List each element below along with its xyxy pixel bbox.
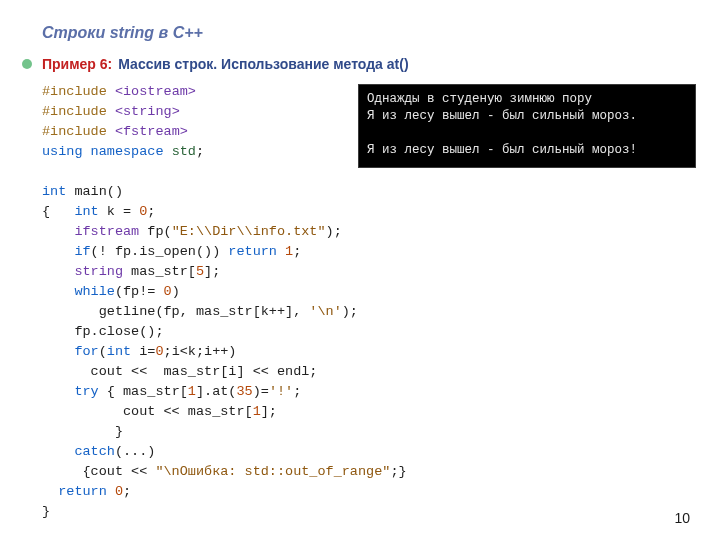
code-token: ); [326, 224, 342, 239]
example-label: Пример 6: [42, 56, 112, 72]
code-token: #include [42, 124, 115, 139]
example-text: Массив строк. Использование метода at() [118, 56, 408, 72]
code-token: <iostream> [115, 84, 196, 99]
code-token: catch [74, 444, 115, 459]
code-token: 5 [196, 264, 204, 279]
code-line: getline(fp, mas_str[k++], '\n'); [42, 302, 696, 322]
code-token: () [107, 184, 123, 199]
code-token: ; [293, 384, 301, 399]
code-token: ; [147, 204, 155, 219]
code-token: ;} [390, 464, 406, 479]
page-number: 10 [674, 510, 690, 526]
code-token: 35 [236, 384, 252, 399]
code-token [42, 224, 74, 239]
code-token: for [74, 344, 98, 359]
code-line: while(fp!= 0) [42, 282, 696, 302]
slide: Строки string в С++ Пример 6: Массив стр… [0, 0, 720, 540]
code-line: { int k = 0; [42, 202, 696, 222]
code-token [42, 244, 74, 259]
code-token: return [228, 244, 285, 259]
code-token: int [107, 344, 139, 359]
code-token: cout << mas_str[i] << endl; [42, 364, 317, 379]
code-token: int [74, 204, 106, 219]
code-line: return 0; [42, 482, 696, 502]
code-token: ; [196, 144, 204, 159]
bullet-icon [22, 59, 32, 69]
code-token [42, 284, 74, 299]
code-token: i= [139, 344, 155, 359]
code-line: catch(...) [42, 442, 696, 462]
subtitle-row: Пример 6: Массив строк. Использование ме… [22, 56, 696, 72]
page-title: Строки string в С++ [42, 24, 696, 42]
code-line: string mas_str[5]; [42, 262, 696, 282]
code-line: } [42, 422, 696, 442]
code-token: getline(fp, mas_str[k++], [42, 304, 309, 319]
code-token: using namespace [42, 144, 172, 159]
code-token: main [74, 184, 106, 199]
program-output: Однажды в студеную зимнюю пору Я из лесу… [358, 84, 696, 168]
code-token: k = [107, 204, 139, 219]
code-line: cout << mas_str[1]; [42, 402, 696, 422]
code-token: '\n' [309, 304, 341, 319]
code-token: ) [172, 284, 180, 299]
code-line: for(int i=0;i<k;i++) [42, 342, 696, 362]
code-line: cout << mas_str[i] << endl; [42, 362, 696, 382]
code-token: 1 [285, 244, 293, 259]
code-line: ifstream fp("E:\\Dir\\info.txt"); [42, 222, 696, 242]
code-line: } [42, 502, 696, 522]
code-token: '!' [269, 384, 293, 399]
code-token: 0 [155, 344, 163, 359]
code-token: ifstream [74, 224, 139, 239]
code-token: ; [123, 484, 131, 499]
code-token: if [74, 244, 90, 259]
code-token: "E:\\Dir\\info.txt" [172, 224, 326, 239]
code-token [42, 444, 74, 459]
code-token: (! fp.is_open()) [91, 244, 229, 259]
code-token: 1 [253, 404, 261, 419]
code-token: )= [253, 384, 269, 399]
code-token: { mas_str[ [99, 384, 188, 399]
code-line: int main() [42, 182, 696, 202]
code-line: try { mas_str[1].at(35)='!'; [42, 382, 696, 402]
code-token: ; [293, 244, 301, 259]
code-line: if(! fp.is_open()) return 1; [42, 242, 696, 262]
code-token: fp( [139, 224, 171, 239]
code-token: std [172, 144, 196, 159]
code-token: #include [42, 84, 115, 99]
code-token: ); [342, 304, 358, 319]
code-token [42, 264, 74, 279]
code-token: {cout << [42, 464, 155, 479]
code-token: (fp!= [115, 284, 164, 299]
code-token: 0 [164, 284, 172, 299]
code-token: ;i<k;i++) [164, 344, 237, 359]
code-token: ]; [261, 404, 277, 419]
code-token: } [42, 424, 123, 439]
code-token: int [42, 184, 74, 199]
code-token [42, 484, 58, 499]
code-token: string [74, 264, 123, 279]
code-token: } [42, 504, 50, 519]
code-token: cout << mas_str[ [42, 404, 253, 419]
code-token: #include [42, 104, 115, 119]
code-token: { [42, 204, 74, 219]
code-token [42, 344, 74, 359]
code-token: <string> [115, 104, 180, 119]
code-token: <fstream> [115, 124, 188, 139]
code-token: ( [99, 344, 107, 359]
code-token: "\nОшибка: std::out_of_range" [155, 464, 390, 479]
code-token: 1 [188, 384, 196, 399]
code-token: 0 [115, 484, 123, 499]
code-token: (...) [115, 444, 156, 459]
code-token: while [74, 284, 115, 299]
code-token: return [58, 484, 115, 499]
code-token: ].at( [196, 384, 237, 399]
code-token: mas_str[ [123, 264, 196, 279]
code-token [42, 384, 74, 399]
code-line: {cout << "\nОшибка: std::out_of_range";} [42, 462, 696, 482]
code-token: try [74, 384, 98, 399]
code-token: ]; [204, 264, 220, 279]
code-token: fp.close(); [42, 324, 164, 339]
code-line: fp.close(); [42, 322, 696, 342]
